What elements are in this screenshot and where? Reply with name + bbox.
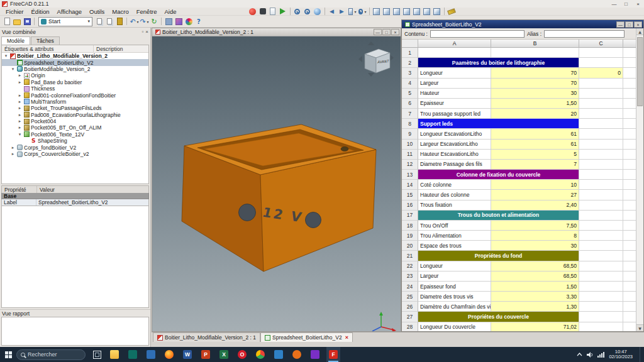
navigation-cube[interactable]: AVANT — [358, 41, 394, 77]
cell[interactable]: 1,50 — [491, 282, 579, 292]
cell[interactable] — [579, 200, 623, 211]
subwindow-close-button[interactable]: × — [391, 29, 399, 35]
cell[interactable]: 30 — [491, 241, 579, 251]
menu-item-macro[interactable]: Macro — [109, 8, 131, 15]
cell[interactable]: Trou On/Off — [418, 221, 491, 231]
row-header-17[interactable]: 17 — [402, 211, 418, 221]
cell[interactable]: Hauteur des colonne — [418, 190, 491, 200]
cell[interactable] — [579, 160, 623, 170]
hidden-icons-chevron-icon[interactable] — [577, 353, 582, 356]
cell[interactable]: 1,50 — [491, 99, 579, 109]
tree-item[interactable]: ▸Pad001-colonneFixationFondBoitier — [2, 92, 148, 98]
duplicate-button[interactable] — [105, 17, 114, 26]
tree-expander-icon[interactable]: ▸ — [10, 151, 16, 156]
row-header-16[interactable]: 16 — [402, 200, 418, 211]
tree-expander-icon[interactable]: ▸ — [10, 145, 16, 150]
tree-item[interactable]: ▸Pocket004 — [2, 118, 148, 124]
record-button[interactable] — [248, 7, 257, 16]
tree-item[interactable]: ShapeString — [2, 138, 148, 144]
merged-section-header-cell[interactable]: Propriétes du fond — [418, 251, 579, 261]
top-hole[interactable] — [341, 147, 348, 151]
cell[interactable] — [579, 48, 623, 58]
tree-item[interactable]: ▸Corps_fondBoitier_V2 — [2, 144, 148, 150]
row-header-24[interactable]: 24 — [402, 282, 418, 292]
tree-item[interactable]: Thickness — [2, 85, 148, 92]
draw-style-button[interactable] — [313, 7, 322, 16]
cell[interactable] — [579, 58, 623, 68]
tree-item[interactable]: ▸Pad008_EcavationPourlaLithographie — [2, 112, 148, 118]
zoom-in-button[interactable] — [303, 7, 312, 16]
cell[interactable]: Trous fixation — [418, 200, 491, 211]
macro-play-button[interactable] — [279, 7, 287, 16]
menu-item-aide[interactable]: Aide — [161, 8, 179, 15]
task-view-button[interactable] — [93, 351, 101, 359]
float-panel-icon[interactable]: ▫ — [142, 29, 143, 35]
cell[interactable] — [579, 302, 623, 312]
row-header-27[interactable]: 27 — [402, 312, 418, 322]
cell[interactable] — [579, 119, 623, 129]
sheet-maximize-button[interactable]: □ — [625, 21, 633, 28]
nav-forward-button[interactable] — [338, 7, 347, 16]
cell[interactable] — [579, 180, 623, 190]
subwindow-minimize-button[interactable]: — — [374, 29, 382, 35]
zoom-fit-button[interactable] — [293, 7, 302, 16]
tree-item[interactable]: ▾BoitierModifiable_Version_2 — [2, 66, 148, 72]
tree-item[interactable]: ▸Origin — [2, 72, 148, 79]
row-header-1[interactable]: 1 — [402, 48, 418, 58]
menu-item-outils[interactable]: Outils — [86, 8, 108, 15]
row-header-20[interactable]: 20 — [402, 241, 418, 251]
tree-expander-icon[interactable]: ▸ — [17, 93, 23, 98]
menu-item-fenetre[interactable]: Fenêtre — [133, 8, 160, 15]
taskbar-search[interactable]: Rechercher — [16, 349, 86, 360]
row-header-21[interactable]: 21 — [402, 251, 418, 261]
cell[interactable]: Longueur — [418, 261, 491, 272]
tree-expander-icon[interactable]: ▸ — [17, 119, 23, 124]
cell[interactable] — [579, 89, 623, 99]
cell[interactable] — [579, 150, 623, 160]
redo-button[interactable]: ▾ — [140, 17, 148, 26]
tree-item[interactable]: ▾Boitier_Litho_Modifiable_Version_2 — [2, 53, 148, 59]
cell[interactable] — [579, 292, 623, 302]
cell[interactable]: Longueur EscavationLitho — [418, 129, 491, 139]
row-header-23[interactable]: 23 — [402, 272, 418, 282]
left-hole[interactable] — [239, 204, 256, 221]
close-tab-icon[interactable]: × — [345, 334, 348, 341]
what-is-this-button[interactable] — [194, 17, 203, 26]
cell[interactable] — [579, 241, 623, 251]
open-button[interactable] — [13, 17, 21, 26]
tree-item[interactable]: ▸Corps_CouvercleBoitier_v2 — [2, 151, 148, 157]
tab-model[interactable]: Modèle — [1, 36, 30, 45]
menu-item-edition[interactable]: Édition — [28, 8, 53, 15]
taskbar-app-word[interactable]: W — [180, 347, 194, 362]
close-button[interactable]: × — [632, 1, 644, 7]
right-hole[interactable] — [306, 212, 321, 228]
new-document-button[interactable] — [3, 17, 11, 26]
taskbar-app-file-explorer[interactable] — [108, 347, 121, 362]
undo-button[interactable]: ▾ — [130, 17, 138, 26]
value-column-header[interactable]: Valeur — [37, 186, 57, 193]
scroll-up-icon[interactable]: ▲ — [636, 28, 643, 35]
tree-item[interactable]: ▸Pad_Base du baoitier — [2, 79, 148, 85]
merged-section-header-cell[interactable]: Colonne de fixation du couvercle — [418, 170, 579, 180]
scroll-down-icon[interactable]: ▼ — [636, 324, 643, 331]
cell[interactable]: Trou Alimentation — [418, 231, 491, 241]
taskbar-app-microsoft-store[interactable] — [126, 347, 140, 362]
cell[interactable]: 3,30 — [491, 292, 579, 302]
close-panel-icon[interactable]: × — [145, 29, 148, 35]
taskbar-app-vscode[interactable] — [272, 347, 286, 362]
cell[interactable]: Largeur EscavationLitho — [418, 140, 491, 150]
cell-content-input[interactable] — [430, 30, 525, 38]
row-header-7[interactable]: 7 — [402, 109, 418, 119]
measure-button[interactable] — [447, 7, 456, 16]
tree-expander-icon[interactable]: ▾ — [17, 132, 23, 137]
view-bottom-button[interactable] — [423, 7, 431, 16]
tree-header-labels[interactable]: Étiquettes & attributs — [2, 45, 94, 52]
row-header-14[interactable]: 14 — [402, 180, 418, 190]
column-header-C[interactable]: C — [579, 40, 623, 48]
cell[interactable]: Espace des trous — [418, 241, 491, 251]
tree-expander-icon[interactable]: ▸ — [17, 73, 23, 78]
cell[interactable] — [579, 312, 623, 322]
property-value[interactable]: Spreadsheet_BoitierLitho_V2 — [36, 199, 108, 206]
cell[interactable] — [579, 231, 623, 241]
cell[interactable]: 7 — [491, 160, 579, 170]
